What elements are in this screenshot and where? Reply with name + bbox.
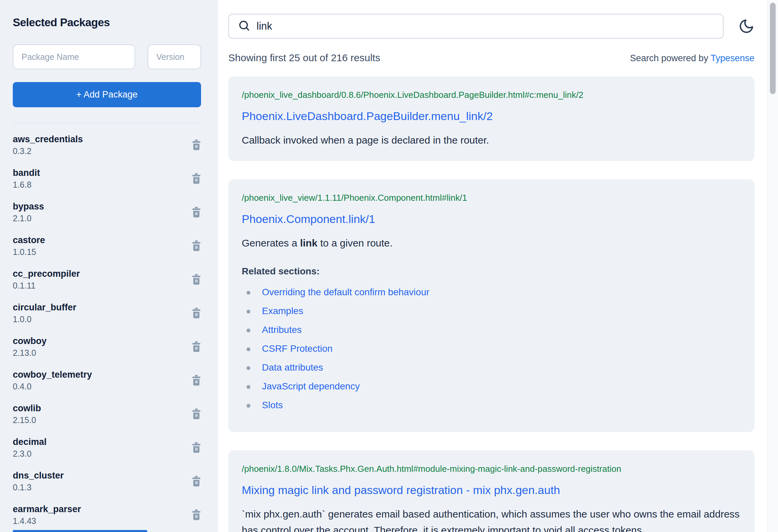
delete-package-button[interactable]: [192, 375, 201, 386]
related-sections-label: Related sections:: [242, 266, 741, 277]
result-path-link[interactable]: /phoenix_live_view/1.1.11/Phoenix.Compon…: [242, 192, 741, 203]
package-version: 2.1.0: [13, 213, 44, 224]
delete-package-button[interactable]: [192, 207, 201, 218]
result-description: Generates a link to a given route.: [242, 235, 741, 251]
search-row: [228, 14, 754, 39]
list-item: ●Data attributes: [246, 363, 741, 372]
delete-package-button[interactable]: [192, 240, 201, 251]
package-name-input[interactable]: [13, 44, 135, 69]
package-version: 1.0.0: [13, 314, 76, 325]
selected-packages-sidebar: Selected Packages + Add Package aws_cred…: [0, 0, 218, 532]
results-summary: Showing first 25 out of 216 results: [228, 52, 380, 64]
delete-package-button[interactable]: [192, 341, 201, 352]
moon-icon: [738, 30, 754, 35]
trash-icon: [192, 382, 201, 387]
trash-icon: [192, 247, 201, 252]
cutoff-button-top-edge[interactable]: [13, 530, 147, 532]
package-name: cc_precompiler: [13, 268, 80, 280]
trash-icon: [192, 348, 201, 353]
search-results-main: Showing first 25 out of 216 results Sear…: [218, 0, 778, 532]
package-row: cowboy 2.13.0: [13, 335, 201, 358]
package-name: aws_credentials: [13, 133, 83, 146]
trash-icon: [192, 180, 201, 185]
package-input-row: [13, 44, 201, 69]
result-card[interactable]: /phoenix_live_view/1.1.11/Phoenix.Compon…: [228, 179, 754, 432]
typesense-link[interactable]: Typesense: [710, 53, 754, 63]
delete-package-button[interactable]: [192, 442, 201, 453]
bullet-icon: ●: [246, 288, 262, 297]
package-row: cc_precompiler 0.1.11: [13, 268, 201, 291]
result-title-link[interactable]: Phoenix.LiveDashboard.PageBuilder.menu_l…: [242, 109, 741, 123]
delete-package-button[interactable]: [192, 476, 201, 487]
trash-icon: [192, 449, 201, 454]
package-name: decimal: [13, 436, 47, 448]
package-version: 1.4.43: [13, 516, 81, 526]
package-name: earmark_parser: [13, 503, 81, 516]
list-item: ●CSRF Protection: [246, 344, 741, 353]
related-section-link[interactable]: Attributes: [262, 325, 302, 335]
package-row: cowboy_telemetry 0.4.0: [13, 369, 201, 392]
bullet-icon: ●: [246, 306, 262, 316]
package-version: 2.15.0: [13, 415, 41, 425]
highlighted-term: link: [300, 237, 317, 249]
related-section-link[interactable]: Examples: [262, 306, 303, 316]
search-icon: [238, 19, 250, 33]
trash-icon: [192, 516, 201, 521]
package-row: cowlib 2.15.0: [13, 402, 201, 425]
scrollbar-track[interactable]: [768, 0, 778, 532]
package-name: castore: [13, 234, 45, 246]
powered-by: Search powered by Typesense: [630, 53, 754, 64]
related-section-link[interactable]: CSRF Protection: [262, 344, 333, 353]
related-section-link[interactable]: Overriding the default confirm behaviour: [262, 288, 429, 297]
delete-package-button[interactable]: [192, 509, 201, 520]
sidebar-title: Selected Packages: [13, 16, 201, 29]
bullet-icon: ●: [246, 344, 262, 353]
delete-package-button[interactable]: [192, 409, 201, 419]
package-name: bandit: [13, 167, 40, 179]
list-item: ●JavaScript dependency: [246, 382, 741, 391]
scrollbar-thumb[interactable]: [770, 3, 776, 94]
result-path-link[interactable]: /phoenix_live_dashboard/0.8.6/Phoenix.Li…: [242, 89, 741, 101]
result-description: `mix phx.gen.auth` generates email based…: [242, 506, 741, 532]
package-name: dns_cluster: [13, 469, 64, 482]
result-title-link[interactable]: Mixing magic link and password registrat…: [242, 483, 741, 497]
package-version: 0.1.3: [13, 482, 64, 493]
bullet-icon: ●: [246, 401, 262, 410]
result-title-link[interactable]: Phoenix.Component.link/1: [242, 212, 741, 226]
trash-icon: [192, 483, 201, 488]
related-section-link[interactable]: Slots: [262, 401, 283, 410]
trash-icon: [192, 281, 201, 286]
package-row: bypass 2.1.0: [13, 200, 201, 224]
package-version: 1.6.8: [13, 179, 40, 190]
result-description: Callback invoked when a page is declared…: [242, 132, 741, 148]
theme-toggle-button[interactable]: [738, 18, 754, 34]
search-input[interactable]: [257, 20, 714, 32]
delete-package-button[interactable]: [192, 173, 201, 184]
results-header: Showing first 25 out of 216 results Sear…: [228, 52, 754, 64]
delete-package-button[interactable]: [192, 308, 201, 318]
package-list: aws_credentials 0.3.2 bandit 1.6.8 bypas…: [13, 123, 201, 526]
bullet-icon: ●: [246, 325, 262, 335]
trash-icon: [192, 146, 201, 151]
package-version: 0.3.2: [13, 146, 83, 156]
result-card[interactable]: /phoenix/1.8.0/Mix.Tasks.Phx.Gen.Auth.ht…: [228, 450, 754, 532]
package-row: decimal 2.3.0: [13, 436, 201, 459]
add-package-button[interactable]: + Add Package: [13, 82, 201, 107]
trash-icon: [192, 314, 201, 319]
package-name: bypass: [13, 200, 44, 213]
delete-package-button[interactable]: [192, 274, 201, 285]
delete-package-button[interactable]: [192, 140, 201, 150]
package-name: circular_buffer: [13, 301, 76, 314]
package-version-input[interactable]: [148, 44, 201, 69]
package-row: dns_cluster 0.1.3: [13, 469, 201, 493]
result-card[interactable]: /phoenix_live_dashboard/0.8.6/Phoenix.Li…: [228, 76, 754, 161]
package-row: earmark_parser 1.4.43: [13, 503, 201, 526]
related-section-link[interactable]: JavaScript dependency: [262, 382, 360, 391]
trash-icon: [192, 214, 201, 219]
package-row: bandit 1.6.8: [13, 167, 201, 190]
related-section-link[interactable]: Data attributes: [262, 363, 323, 372]
bullet-icon: ●: [246, 363, 262, 372]
result-path-link[interactable]: /phoenix/1.8.0/Mix.Tasks.Phx.Gen.Auth.ht…: [242, 463, 741, 474]
list-item: ●Overriding the default confirm behaviou…: [246, 288, 741, 297]
search-box[interactable]: [228, 14, 724, 39]
